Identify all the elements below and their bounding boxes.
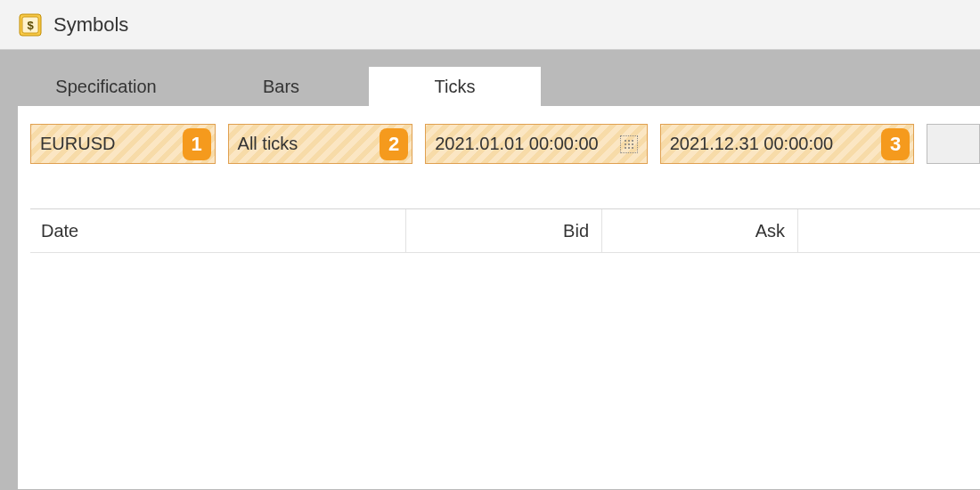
- date-from-input[interactable]: 2021.01.01 00:00:00: [425, 124, 647, 164]
- tab-bar: Specification Bars Ticks: [18, 66, 980, 106]
- tick-type-value: All ticks: [238, 134, 298, 154]
- column-label: Ask: [755, 221, 785, 241]
- action-button[interactable]: [927, 124, 980, 164]
- calendar-icon[interactable]: [620, 135, 638, 153]
- table-header: Date Bid Ask: [30, 209, 980, 252]
- annotation-badge-3: 3: [881, 128, 910, 160]
- column-header-bid[interactable]: Bid: [406, 209, 602, 252]
- svg-point-11: [632, 147, 633, 149]
- date-to-value: 2021.12.31 00:00:00: [670, 134, 834, 154]
- annotation-badge-1: 1: [183, 128, 211, 160]
- column-header-ask[interactable]: Ask: [602, 209, 798, 252]
- column-label: Bid: [563, 221, 589, 241]
- svg-point-9: [625, 147, 626, 149]
- svg-point-7: [628, 143, 630, 145]
- column-label: Date: [41, 221, 78, 241]
- annotation-badge-2: 2: [380, 128, 408, 160]
- title-bar: $ Symbols: [0, 0, 980, 50]
- filter-row: EURUSD 1 All ticks 2 2021.01.01 00:00:00: [30, 124, 980, 164]
- tab-label: Bars: [263, 77, 299, 97]
- tab-label: Specification: [55, 77, 156, 97]
- svg-point-4: [628, 140, 630, 142]
- svg-text:$: $: [27, 19, 34, 32]
- tab-bars[interactable]: Bars: [194, 66, 368, 106]
- ticks-table: Date Bid Ask: [30, 208, 980, 475]
- svg-point-6: [625, 143, 626, 145]
- tab-ticks[interactable]: Ticks: [368, 66, 542, 106]
- svg-point-5: [632, 140, 633, 142]
- client-area: Specification Bars Ticks EURUSD 1 All ti…: [0, 50, 980, 490]
- tick-type-selector[interactable]: All ticks 2: [228, 124, 413, 164]
- symbol-value: EURUSD: [40, 134, 115, 154]
- svg-point-3: [625, 140, 626, 142]
- date-to-input[interactable]: 2021.12.31 00:00:00 3: [660, 124, 914, 164]
- tab-specification[interactable]: Specification: [18, 66, 194, 106]
- symbol-selector[interactable]: EURUSD 1: [30, 124, 216, 164]
- table-body: [30, 252, 980, 475]
- window-title: Symbols: [53, 13, 128, 37]
- column-header-date[interactable]: Date: [30, 209, 406, 252]
- symbols-app-icon: $: [18, 12, 43, 37]
- tab-label: Ticks: [435, 77, 476, 97]
- svg-point-8: [632, 143, 633, 145]
- date-from-value: 2021.01.01 00:00:00: [435, 134, 599, 154]
- ticks-panel: EURUSD 1 All ticks 2 2021.01.01 00:00:00: [18, 106, 980, 489]
- svg-point-10: [628, 147, 630, 149]
